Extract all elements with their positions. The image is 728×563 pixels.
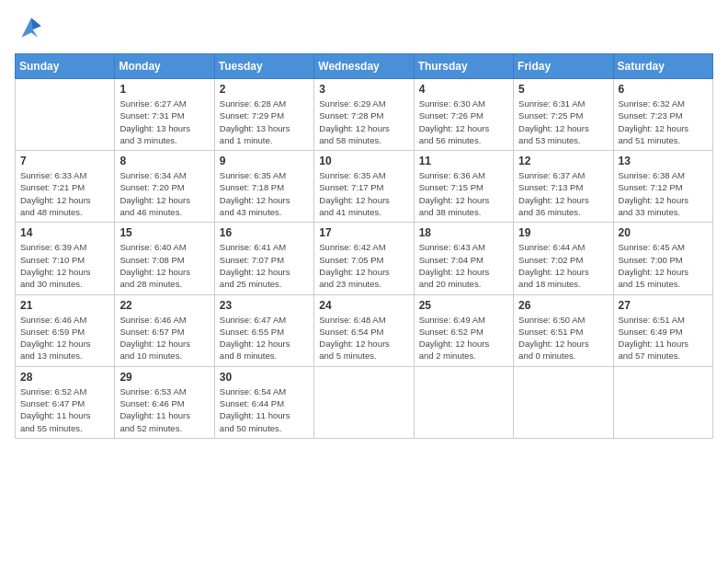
day-number: 19 [518, 226, 608, 239]
calendar-header-row: SundayMondayTuesdayWednesdayThursdayFrid… [16, 54, 713, 79]
calendar-cell: 4Sunrise: 6:30 AM Sunset: 7:26 PM Daylig… [414, 79, 513, 151]
column-header-monday: Monday [115, 54, 214, 79]
day-info: Sunrise: 6:40 AM Sunset: 7:08 PM Dayligh… [119, 241, 209, 290]
calendar-cell: 1Sunrise: 6:27 AM Sunset: 7:31 PM Daylig… [115, 79, 214, 151]
day-number: 7 [20, 155, 109, 167]
calendar-cell: 14Sunrise: 6:39 AM Sunset: 7:10 PM Dayli… [16, 223, 115, 294]
day-info: Sunrise: 6:35 AM Sunset: 7:17 PM Dayligh… [319, 169, 408, 218]
calendar-cell: 3Sunrise: 6:29 AM Sunset: 7:28 PM Daylig… [314, 79, 414, 151]
calendar-cell: 27Sunrise: 6:51 AM Sunset: 6:49 PM Dayli… [613, 294, 712, 366]
column-header-thursday: Thursday [414, 54, 513, 79]
calendar-week-2: 7Sunrise: 6:33 AM Sunset: 7:21 PM Daylig… [16, 151, 713, 223]
calendar-cell: 16Sunrise: 6:41 AM Sunset: 7:07 PM Dayli… [214, 223, 313, 294]
day-info: Sunrise: 6:49 AM Sunset: 6:52 PM Dayligh… [419, 314, 508, 362]
day-info: Sunrise: 6:42 AM Sunset: 7:05 PM Dayligh… [319, 241, 408, 290]
day-info: Sunrise: 6:29 AM Sunset: 7:28 PM Dayligh… [319, 98, 408, 146]
day-info: Sunrise: 6:45 AM Sunset: 7:00 PM Dayligh… [619, 241, 708, 290]
calendar-cell [314, 366, 414, 438]
calendar-cell: 21Sunrise: 6:46 AM Sunset: 6:59 PM Dayli… [16, 294, 115, 366]
calendar-cell: 2Sunrise: 6:28 AM Sunset: 7:29 PM Daylig… [214, 79, 313, 151]
day-number: 22 [119, 299, 209, 312]
day-number: 1 [119, 83, 209, 96]
day-number: 27 [619, 299, 708, 312]
day-info: Sunrise: 6:32 AM Sunset: 7:23 PM Dayligh… [619, 98, 708, 146]
column-header-friday: Friday [514, 54, 613, 79]
day-info: Sunrise: 6:48 AM Sunset: 6:54 PM Dayligh… [319, 314, 408, 362]
day-info: Sunrise: 6:34 AM Sunset: 7:20 PM Dayligh… [119, 169, 209, 218]
calendar-cell: 22Sunrise: 6:46 AM Sunset: 6:57 PM Dayli… [115, 294, 214, 366]
day-number: 18 [419, 226, 508, 239]
day-info: Sunrise: 6:50 AM Sunset: 6:51 PM Dayligh… [518, 314, 608, 362]
calendar-cell: 18Sunrise: 6:43 AM Sunset: 7:04 PM Dayli… [414, 223, 513, 294]
calendar-cell: 6Sunrise: 6:32 AM Sunset: 7:23 PM Daylig… [613, 79, 712, 151]
svg-marker-1 [31, 18, 41, 29]
calendar-week-3: 14Sunrise: 6:39 AM Sunset: 7:10 PM Dayli… [16, 223, 713, 294]
day-number: 13 [619, 155, 708, 167]
calendar-cell: 13Sunrise: 6:38 AM Sunset: 7:12 PM Dayli… [613, 151, 712, 223]
calendar-cell: 23Sunrise: 6:47 AM Sunset: 6:55 PM Dayli… [214, 294, 313, 366]
day-info: Sunrise: 6:44 AM Sunset: 7:02 PM Dayligh… [518, 241, 608, 290]
day-number: 4 [419, 83, 508, 96]
calendar-cell: 20Sunrise: 6:45 AM Sunset: 7:00 PM Dayli… [613, 223, 712, 294]
calendar-cell: 24Sunrise: 6:48 AM Sunset: 6:54 PM Dayli… [314, 294, 414, 366]
day-info: Sunrise: 6:51 AM Sunset: 6:49 PM Dayligh… [619, 314, 708, 362]
day-info: Sunrise: 6:35 AM Sunset: 7:18 PM Dayligh… [220, 169, 309, 218]
calendar-cell: 7Sunrise: 6:33 AM Sunset: 7:21 PM Daylig… [16, 151, 115, 223]
calendar-cell: 9Sunrise: 6:35 AM Sunset: 7:18 PM Daylig… [214, 151, 313, 223]
day-number: 15 [119, 226, 209, 239]
day-number: 26 [518, 299, 608, 312]
calendar-cell [514, 366, 613, 438]
day-info: Sunrise: 6:37 AM Sunset: 7:13 PM Dayligh… [518, 169, 608, 218]
column-header-sunday: Sunday [16, 54, 115, 79]
day-number: 6 [619, 83, 708, 96]
calendar-cell: 25Sunrise: 6:49 AM Sunset: 6:52 PM Dayli… [414, 294, 513, 366]
calendar-cell: 15Sunrise: 6:40 AM Sunset: 7:08 PM Dayli… [115, 223, 214, 294]
day-info: Sunrise: 6:33 AM Sunset: 7:21 PM Dayligh… [20, 169, 109, 218]
calendar-cell [613, 366, 712, 438]
calendar-cell [16, 79, 115, 151]
day-number: 23 [220, 299, 309, 312]
day-number: 8 [119, 155, 209, 167]
calendar-cell: 8Sunrise: 6:34 AM Sunset: 7:20 PM Daylig… [115, 151, 214, 223]
calendar-cell: 26Sunrise: 6:50 AM Sunset: 6:51 PM Dayli… [514, 294, 613, 366]
day-number: 9 [220, 155, 309, 167]
day-number: 2 [220, 83, 309, 96]
day-number: 5 [518, 83, 608, 96]
day-number: 20 [619, 226, 708, 239]
day-number: 11 [419, 155, 508, 167]
calendar-cell: 28Sunrise: 6:52 AM Sunset: 6:47 PM Dayli… [16, 366, 115, 438]
column-header-wednesday: Wednesday [314, 54, 414, 79]
calendar-cell [414, 366, 513, 438]
day-info: Sunrise: 6:39 AM Sunset: 7:10 PM Dayligh… [20, 241, 109, 290]
day-info: Sunrise: 6:47 AM Sunset: 6:55 PM Dayligh… [220, 314, 309, 362]
day-info: Sunrise: 6:54 AM Sunset: 6:44 PM Dayligh… [220, 385, 309, 434]
calendar-week-5: 28Sunrise: 6:52 AM Sunset: 6:47 PM Dayli… [16, 366, 713, 438]
day-number: 25 [419, 299, 508, 312]
day-info: Sunrise: 6:52 AM Sunset: 6:47 PM Dayligh… [20, 385, 109, 434]
day-number: 3 [319, 83, 408, 96]
logo [15, 15, 51, 42]
day-number: 10 [319, 155, 408, 167]
day-number: 29 [119, 371, 209, 384]
day-number: 14 [20, 226, 109, 239]
day-info: Sunrise: 6:31 AM Sunset: 7:25 PM Dayligh… [518, 98, 608, 146]
day-info: Sunrise: 6:27 AM Sunset: 7:31 PM Dayligh… [119, 98, 209, 146]
calendar-week-1: 1Sunrise: 6:27 AM Sunset: 7:31 PM Daylig… [16, 79, 713, 151]
day-info: Sunrise: 6:36 AM Sunset: 7:15 PM Dayligh… [419, 169, 508, 218]
day-info: Sunrise: 6:41 AM Sunset: 7:07 PM Dayligh… [220, 241, 309, 290]
day-number: 17 [319, 226, 408, 239]
day-number: 12 [518, 155, 608, 167]
svg-marker-0 [21, 18, 40, 38]
day-info: Sunrise: 6:53 AM Sunset: 6:46 PM Dayligh… [119, 385, 209, 434]
day-number: 28 [20, 371, 109, 384]
calendar-cell: 12Sunrise: 6:37 AM Sunset: 7:13 PM Dayli… [514, 151, 613, 223]
day-info: Sunrise: 6:38 AM Sunset: 7:12 PM Dayligh… [619, 169, 708, 218]
page-header [15, 15, 713, 42]
calendar-cell: 30Sunrise: 6:54 AM Sunset: 6:44 PM Dayli… [214, 366, 313, 438]
day-number: 24 [319, 299, 408, 312]
day-number: 16 [220, 226, 309, 239]
calendar-cell: 10Sunrise: 6:35 AM Sunset: 7:17 PM Dayli… [314, 151, 414, 223]
day-info: Sunrise: 6:46 AM Sunset: 6:57 PM Dayligh… [119, 314, 209, 362]
calendar-week-4: 21Sunrise: 6:46 AM Sunset: 6:59 PM Dayli… [16, 294, 713, 366]
calendar-cell: 29Sunrise: 6:53 AM Sunset: 6:46 PM Dayli… [115, 366, 214, 438]
